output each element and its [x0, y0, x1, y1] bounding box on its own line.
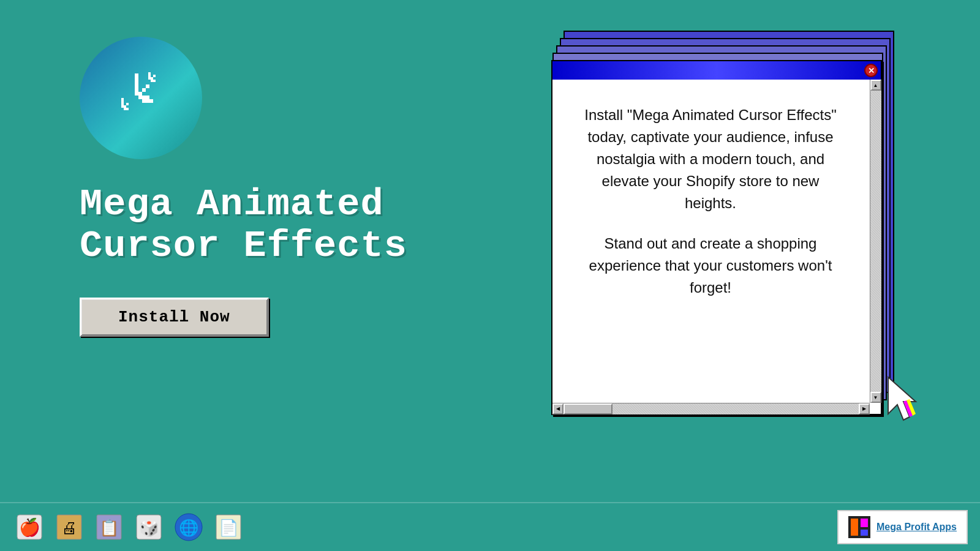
- left-section: Mega Animated Cursor Effects Install Now: [80, 37, 447, 337]
- svg-rect-4: [135, 88, 138, 92]
- svg-rect-5: [135, 92, 138, 96]
- window-paragraph-2: Stand out and create a shopping experien…: [577, 233, 844, 299]
- svg-rect-16: [148, 75, 151, 77]
- svg-rect-11: [146, 96, 149, 99]
- main-window: ✕ ▲ ▼ ◀ ▶ In: [551, 60, 882, 415]
- svg-rect-18: [151, 77, 153, 80]
- svg-rect-47: [861, 519, 868, 527]
- svg-rect-21: [153, 80, 156, 82]
- svg-text:📋: 📋: [99, 518, 119, 538]
- svg-rect-48: [861, 530, 868, 536]
- svg-rect-3: [135, 84, 138, 88]
- app-title: Mega Animated Cursor Effects: [80, 184, 447, 267]
- taskbar-docs-icon[interactable]: 📄: [211, 511, 245, 544]
- scroll-thumb-horizontal[interactable]: [564, 403, 612, 414]
- window-text-content: Install "Mega Animated Cursor Effects" t…: [552, 80, 881, 342]
- svg-rect-8: [146, 84, 149, 88]
- svg-rect-28: [124, 108, 126, 110]
- cursor-decoration: [882, 371, 937, 429]
- scroll-up-arrow[interactable]: ▲: [870, 80, 881, 91]
- svg-rect-1: [135, 77, 138, 81]
- svg-rect-24: [121, 103, 124, 105]
- taskbar-files-icon[interactable]: 📋: [92, 511, 126, 544]
- svg-text:🖨: 🖨: [61, 519, 77, 537]
- window-titlebar: ✕: [552, 61, 881, 80]
- windows-area: ✕ ▲ ▼ ◀ ▶ In: [551, 31, 907, 410]
- svg-rect-17: [148, 77, 151, 80]
- svg-rect-26: [124, 105, 126, 108]
- scroll-track-horizontal: [612, 403, 859, 414]
- svg-rect-23: [121, 100, 124, 103]
- svg-text:📄: 📄: [219, 518, 239, 538]
- animated-cursor-svg: [882, 371, 937, 426]
- svg-rect-2: [135, 81, 138, 84]
- scroll-right-arrow[interactable]: ▶: [859, 403, 870, 414]
- svg-rect-25: [121, 105, 124, 108]
- svg-rect-9: [138, 96, 142, 99]
- taskbar: 🍎 🖨 📋 🎲 🌐: [0, 502, 980, 551]
- taskbar-dice-icon[interactable]: 🎲: [132, 511, 165, 544]
- svg-rect-6: [138, 92, 142, 96]
- svg-rect-12: [142, 99, 146, 103]
- svg-rect-27: [126, 103, 129, 105]
- svg-rect-20: [151, 80, 153, 82]
- taskbar-apple-icon[interactable]: 🍎: [12, 511, 46, 544]
- scrollbar-right[interactable]: ▲ ▼: [870, 80, 881, 403]
- brand-label: Mega Profit Apps: [876, 522, 957, 533]
- brand-logo-icon: [848, 516, 870, 538]
- window-content-area: ▲ ▼ ◀ ▶ Install "Mega Animated Cursor Ef…: [552, 80, 881, 414]
- svg-rect-46: [851, 519, 858, 536]
- svg-text:🌐: 🌐: [179, 518, 199, 538]
- scroll-down-arrow[interactable]: ▼: [870, 392, 881, 403]
- taskbar-globe-icon[interactable]: 🌐: [172, 511, 205, 544]
- logo-svg: [104, 61, 178, 135]
- app-logo: [80, 37, 202, 159]
- taskbar-icons: 🍎 🖨 📋 🎲 🌐: [12, 511, 245, 544]
- svg-rect-14: [149, 99, 153, 103]
- app-title-line2: Cursor Effects: [80, 224, 407, 268]
- window-stack: ✕ ▲ ▼ ◀ ▶ In: [551, 31, 907, 410]
- svg-text:🍎: 🍎: [18, 517, 40, 538]
- taskbar-brand[interactable]: Mega Profit Apps: [837, 510, 968, 544]
- scroll-track-vertical: [870, 91, 881, 392]
- window-paragraph-1: Install "Mega Animated Cursor Effects" t…: [577, 104, 844, 214]
- svg-rect-13: [146, 99, 149, 103]
- close-icon: ✕: [868, 66, 875, 75]
- svg-rect-19: [153, 75, 156, 77]
- svg-rect-0: [135, 73, 138, 77]
- svg-rect-7: [142, 88, 146, 92]
- scrollbar-bottom[interactable]: ◀ ▶: [552, 403, 870, 414]
- svg-text:🎲: 🎲: [139, 518, 159, 538]
- svg-rect-29: [126, 108, 129, 110]
- taskbar-printer-icon[interactable]: 🖨: [52, 511, 86, 544]
- close-button[interactable]: ✕: [864, 64, 878, 77]
- scroll-left-arrow[interactable]: ◀: [552, 403, 564, 414]
- install-now-button[interactable]: Install Now: [80, 298, 269, 337]
- svg-rect-22: [121, 98, 124, 100]
- app-title-line1: Mega Animated: [80, 182, 384, 226]
- svg-rect-10: [142, 96, 146, 99]
- svg-rect-15: [148, 72, 151, 75]
